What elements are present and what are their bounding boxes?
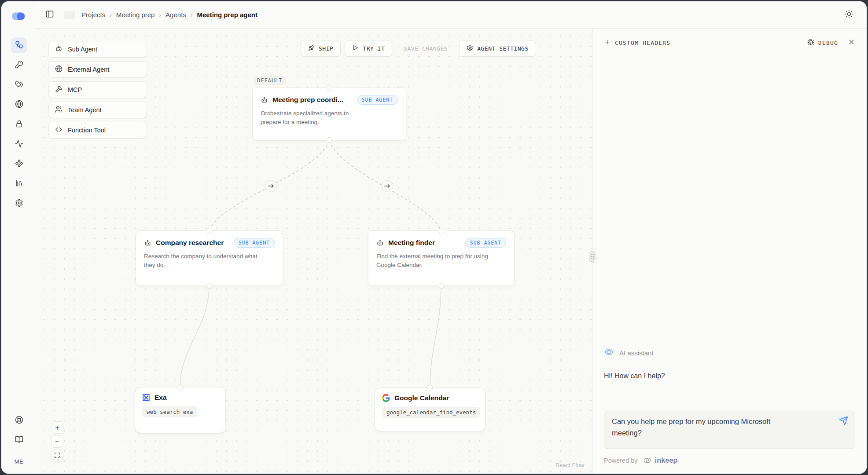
ship-button[interactable]: SHIP	[301, 40, 341, 57]
node-handle-top[interactable]	[327, 85, 332, 91]
icon-rail: ME	[1, 1, 37, 474]
activity-icon	[15, 139, 23, 149]
chat-composer[interactable]: Can you help me prep for my upcoming Mic…	[604, 410, 855, 449]
try-it-panel: CUSTOM HEADERS DEBUG	[592, 29, 867, 474]
rocket-icon	[308, 44, 315, 52]
component-icon	[15, 159, 23, 169]
custom-headers-button[interactable]: CUSTOM HEADERS	[604, 39, 670, 47]
lock-icon	[15, 120, 23, 129]
zoom-in-button[interactable]: +	[51, 421, 63, 434]
tags-icon	[15, 80, 23, 90]
node-meeting-finder[interactable]: Meeting finder SUB AGENT Find the extern…	[368, 230, 515, 286]
palette-label: Team Agent	[68, 106, 102, 113]
library-icon	[15, 179, 23, 189]
google-logo-icon	[382, 394, 390, 402]
node-meeting-prep-coordinator[interactable]: Meeting prep coordi... SUB AGENT Orchest…	[252, 88, 406, 140]
node-title: Meeting finder	[388, 239, 461, 247]
node-handle-top[interactable]	[438, 228, 444, 234]
rail-item-keys[interactable]	[11, 57, 27, 73]
node-title: Meeting prep coordi...	[272, 96, 353, 104]
maximize-icon	[54, 452, 60, 460]
debug-button[interactable]: DEBUG	[807, 39, 838, 47]
tool-id-chip: google_calendar_find_events	[382, 407, 480, 418]
node-handle-top[interactable]	[177, 384, 183, 390]
book-open-icon	[15, 435, 23, 445]
node-handle-bottom[interactable]	[327, 137, 332, 143]
rail-item-tags[interactable]	[11, 77, 27, 93]
node-company-researcher[interactable]: Company researcher SUB AGENT Research th…	[136, 230, 283, 286]
rail-item-activity[interactable]	[11, 136, 27, 152]
exa-logo-icon	[142, 394, 150, 402]
rail-item-agents[interactable]	[11, 37, 27, 53]
palette-team-agent[interactable]: Team Agent	[48, 102, 147, 118]
node-google-calendar-tool[interactable]: Google Calendar google_calendar_find_eve…	[375, 387, 485, 431]
gear-icon	[467, 44, 473, 52]
rail-item-help[interactable]	[11, 413, 27, 428]
ship-label: SHIP	[319, 45, 333, 52]
theme-toggle-button[interactable]	[843, 8, 855, 22]
palette-function-tool[interactable]: Function Tool	[48, 122, 147, 139]
user-avatar[interactable]: ME	[14, 458, 23, 465]
node-handle-bottom[interactable]	[206, 283, 212, 289]
edge-arrow-badge	[382, 180, 393, 192]
palette-label: Function Tool	[68, 127, 106, 134]
default-badge: DEFAULT	[254, 76, 286, 85]
send-icon	[839, 416, 848, 427]
node-title: Google Calendar	[394, 394, 478, 402]
node-handle-top[interactable]	[206, 228, 212, 234]
assistant-greeting: Hi! How can I help?	[604, 372, 855, 380]
close-panel-button[interactable]	[848, 38, 855, 47]
globe-icon	[55, 65, 63, 74]
flow-canvas[interactable]: Sub Agent External Agent MCP Team Agent	[37, 29, 592, 474]
sidebar-toggle-button[interactable]	[44, 8, 56, 22]
palette-label: External Agent	[68, 66, 109, 73]
zoom-out-button[interactable]: −	[51, 435, 63, 448]
app-window: ME Projects › Meeting prep › Agents › Me…	[1, 1, 867, 474]
agent-settings-label: AGENT SETTINGS	[477, 45, 529, 52]
node-exa-tool[interactable]: Exa web_search_exa	[135, 387, 226, 433]
sub-agent-badge: SUB AGENT	[357, 95, 398, 105]
palette-external-agent[interactable]: External Agent	[48, 61, 147, 78]
palette-sub-agent[interactable]: Sub Agent	[48, 41, 147, 58]
inkeep-brand-label[interactable]: inkeep	[655, 457, 678, 464]
node-handle-top[interactable]	[427, 385, 433, 391]
bug-icon	[807, 39, 814, 47]
rail-item-docs[interactable]	[11, 432, 27, 448]
breadcrumb: Projects › Meeting prep › Agents › Meeti…	[81, 11, 257, 18]
sub-agent-badge: SUB AGENT	[465, 238, 506, 248]
send-button[interactable]	[839, 416, 848, 427]
panel-footer: Powered by inkeep	[592, 449, 867, 474]
rail-item-security[interactable]	[11, 117, 27, 132]
fit-view-button[interactable]	[51, 449, 63, 462]
life-buoy-icon	[15, 416, 23, 425]
rail-item-external[interactable]	[11, 97, 27, 113]
debug-label: DEBUG	[818, 40, 838, 46]
breadcrumb-agents[interactable]: Agents	[166, 11, 186, 18]
breadcrumb-project[interactable]: Meeting prep	[116, 11, 155, 18]
rail-item-library[interactable]	[11, 176, 27, 192]
rail-item-components[interactable]	[11, 156, 27, 172]
breadcrumb-separator: ›	[110, 11, 112, 18]
chat-input[interactable]: Can you help me prep for my upcoming Mic…	[612, 416, 797, 441]
node-title: Exa	[154, 394, 218, 402]
react-flow-attribution[interactable]: React Flow	[555, 462, 584, 468]
bot-icon	[376, 239, 384, 247]
panel-header: CUSTOM HEADERS DEBUG	[592, 29, 867, 53]
palette-label: Sub Agent	[68, 46, 97, 53]
tool-id-chip: web_search_exa	[142, 406, 197, 417]
try-it-button[interactable]: TRY IT	[345, 40, 392, 57]
save-changes-label: SAVE CHANGES	[404, 45, 448, 52]
chat-area: AI assistant Hi! How can I help? Can you…	[592, 53, 867, 449]
inkeep-logo-icon	[11, 12, 26, 21]
sub-agent-badge: SUB AGENT	[234, 238, 275, 248]
agent-settings-button[interactable]: AGENT SETTINGS	[459, 40, 536, 57]
breadcrumb-projects[interactable]: Projects	[81, 11, 105, 18]
palette-mcp[interactable]: MCP	[48, 81, 147, 98]
panel-resize-handle[interactable]	[589, 251, 596, 262]
save-changes-button[interactable]: SAVE CHANGES	[396, 40, 455, 57]
node-description: Orchestrate specialized agents to prepar…	[261, 109, 371, 127]
powered-by-label: Powered by	[604, 457, 638, 464]
node-handle-bottom[interactable]	[438, 283, 444, 289]
rail-item-settings[interactable]	[11, 196, 27, 212]
sun-icon	[845, 10, 853, 20]
